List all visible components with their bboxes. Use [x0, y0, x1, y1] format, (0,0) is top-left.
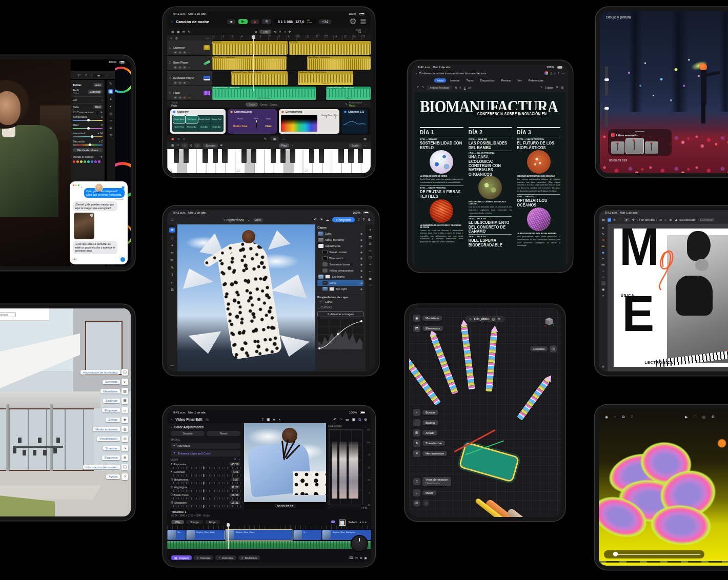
- italic-button[interactable]: K: [459, 86, 461, 89]
- style-value[interactable]: Clean: [265, 125, 271, 128]
- color-mix-dots[interactable]: [73, 160, 103, 163]
- eraser-tool-icon[interactable]: ✎: [171, 266, 174, 270]
- back-icon[interactable]: ‹: [171, 426, 172, 429]
- record-button[interactable]: ●: [251, 19, 259, 24]
- frame-thumb-current[interactable]: [626, 138, 643, 154]
- collapse-icon[interactable]: ⊖: [498, 317, 501, 321]
- more-icon[interactable]: ⋯: [363, 30, 367, 33]
- region-drummer[interactable]: Drummer: [212, 41, 288, 55]
- jog-wheel[interactable]: [351, 535, 368, 552]
- layer-row-selected[interactable]: ◜Curve◉: [317, 280, 363, 286]
- alchemy-presets[interactable]: Bright SynthSoft SynthMetallic SwellMoti…: [172, 115, 224, 132]
- brush-opacity-slider[interactable]: [605, 105, 608, 128]
- elements-icon[interactable]: ⬒: [413, 325, 420, 332]
- curves-graph[interactable]: [317, 319, 363, 350]
- more-icon[interactable]: ⋯: [618, 218, 621, 221]
- history-button[interactable]: Historial: [530, 346, 548, 351]
- edit-pencil-icon[interactable]: ✎: [540, 86, 543, 89]
- more-tools-icon[interactable]: ⋯: [170, 364, 174, 368]
- layer-row[interactable]: Noise blending◉: [317, 237, 363, 243]
- mute-button[interactable]: M: [173, 81, 177, 85]
- tab-trazo[interactable]: Trazo: [464, 78, 476, 82]
- track-settings-icon[interactable]: ⚙: [175, 36, 178, 40]
- tab-sends[interactable]: Sends: [260, 103, 267, 106]
- copy-icon[interactable]: ⧉: [255, 30, 257, 33]
- record-enable-button[interactable]: R: [183, 51, 187, 54]
- btn-entity-info[interactable]: Información de la entidad: [80, 370, 120, 375]
- more-icon[interactable]: ⋯: [368, 506, 370, 509]
- font-size-button[interactable]: aA: [468, 86, 472, 89]
- visibility-icon[interactable]: ◉: [360, 251, 362, 254]
- view-cube[interactable]: [543, 316, 555, 327]
- slider-shadows[interactable]: ◎Shadows15.31: [171, 501, 240, 507]
- same-button[interactable]: Lo mismo: [698, 218, 715, 222]
- crop-icon[interactable]: ▣: [108, 89, 114, 94]
- solo-button[interactable]: S: [178, 51, 182, 54]
- shadows-icon[interactable]: ◐: [122, 379, 128, 385]
- font-selector[interactable]: Antipol Medium: [427, 86, 452, 90]
- elements-button[interactable]: Elementos: [422, 326, 443, 331]
- document-page[interactable]: BIOMANUFACTURA CONFERENCIA SOBRE INNOVAC…: [415, 92, 565, 268]
- octave-down[interactable]: ‹: [181, 143, 188, 148]
- wet-knob[interactable]: [335, 116, 336, 119]
- tint-slider[interactable]: [73, 128, 103, 129]
- modeling-button[interactable]: Modelado: [422, 316, 442, 321]
- visibility-icon[interactable]: ◉: [360, 244, 362, 247]
- timeline-clip-selected[interactable]: Skyline_Blue_Close: [225, 530, 292, 540]
- frame-thumb[interactable]: [611, 141, 624, 154]
- append-icon[interactable]: ▭: [355, 556, 358, 560]
- grid-icon[interactable]: ⌗: [614, 218, 615, 221]
- play-icon[interactable]: ▶: [685, 415, 687, 419]
- btn-tags[interactable]: Etiquetas: [102, 408, 120, 412]
- transform-button[interactable]: Transformar: [422, 441, 445, 446]
- audio-track[interactable]: [167, 541, 371, 549]
- solo-button[interactable]: S: [178, 81, 182, 85]
- select-button[interactable]: Select: [348, 521, 357, 524]
- soften-icon[interactable]: ◑: [122, 445, 128, 451]
- drag-handle[interactable]: [635, 131, 644, 132]
- layer-group-row[interactable]: Adjustments◉: [317, 243, 363, 249]
- slider-exposure[interactable]: ◐Exposure45.59: [171, 462, 240, 469]
- materials-icon[interactable]: ▨: [122, 388, 128, 395]
- octave-up[interactable]: ›: [194, 143, 200, 148]
- region-bass[interactable]: Bass Player - Indie Disco: [307, 56, 371, 70]
- drive-knob[interactable]: [256, 119, 257, 129]
- arp-icon[interactable]: ›: [292, 144, 293, 147]
- tools-button[interactable]: Herramientas: [422, 451, 447, 456]
- back-icon[interactable]: ‹: [171, 19, 173, 24]
- home-icon[interactable]: ⌂: [171, 218, 173, 222]
- camera-icon[interactable]: ◎: [702, 415, 705, 419]
- comments-icon[interactable]: ▭: [369, 250, 372, 253]
- compare-icon[interactable]: ▭: [346, 418, 349, 421]
- edit-button[interactable]: Editar: [545, 86, 554, 89]
- gradient-tool-icon[interactable]: ⌯: [602, 294, 604, 298]
- undo-icon[interactable]: ↶: [333, 418, 336, 421]
- btn-styles[interactable]: Estilos: [106, 418, 120, 422]
- region-bass[interactable]: Bass Player - Indie Disco: [212, 56, 287, 70]
- play-surface-button[interactable]: Play: [279, 143, 290, 148]
- connect-icon[interactable]: ⚭: [330, 518, 336, 526]
- tab-insertar[interactable]: Insertar: [448, 78, 462, 82]
- drag-to-image-button[interactable]: ✎ Arrastrar a imagen: [317, 311, 363, 318]
- record-icon[interactable]: ◉: [605, 415, 608, 419]
- frame-thumbnails[interactable]: [611, 138, 669, 154]
- track-row-pads[interactable]: 4 Pads MSR● Keyboard Player - Simple Pad…: [167, 86, 371, 101]
- transform-icon[interactable]: ⧉: [659, 218, 661, 221]
- viewer[interactable]: ‹ ▶ › 00:00:27:17: [244, 423, 326, 509]
- animate-button[interactable]: ◔Animate: [215, 555, 236, 560]
- pencil-icon[interactable]: ✎: [264, 137, 267, 140]
- select-label[interactable]: Seleccionar: [679, 218, 695, 221]
- keyboard-icon[interactable]: ▤: [363, 137, 367, 140]
- trim-tool[interactable]: Trim: [259, 30, 271, 34]
- record-enable-button[interactable]: R: [183, 66, 187, 69]
- inspect-button[interactable]: ▤Inspect: [171, 555, 192, 560]
- cloud-icon[interactable]: ☁: [326, 218, 329, 222]
- enhance-button[interactable]: ✦Enhance Light and Color: [171, 450, 240, 457]
- count-in-badge[interactable]: +34: [319, 19, 331, 24]
- tab-disposicion[interactable]: Disposición: [477, 78, 497, 82]
- tab-output[interactable]: Output: [270, 103, 277, 106]
- send-button[interactable]: ↑: [120, 257, 125, 262]
- btn-help[interactable]: Ayuda: [106, 474, 120, 479]
- volume-button[interactable]: ≈Volume: [194, 555, 213, 560]
- select-tool-icon[interactable]: □: [171, 236, 174, 240]
